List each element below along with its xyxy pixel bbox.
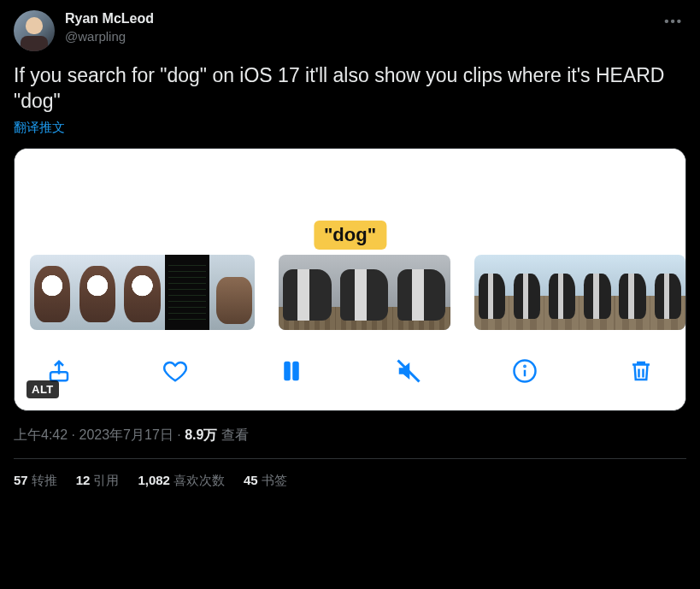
stat-label: 引用 xyxy=(93,473,119,487)
clip-frame xyxy=(279,255,336,330)
clip-group[interactable] xyxy=(279,255,450,330)
alt-badge[interactable]: ALT xyxy=(26,380,59,398)
trash-icon[interactable] xyxy=(626,356,656,386)
clip-frame xyxy=(30,255,75,330)
media-card[interactable]: "dog" xyxy=(14,148,686,411)
media-toolbar xyxy=(15,335,685,410)
avatar[interactable] xyxy=(14,10,55,51)
more-icon[interactable]: ••• xyxy=(661,10,686,32)
views-count: 8.9万 xyxy=(185,427,217,442)
media-preview-top: "dog" xyxy=(15,149,685,255)
info-icon[interactable] xyxy=(509,356,540,386)
stat-label: 喜欢次数 xyxy=(174,473,225,487)
tweet-meta: 上午4:42 · 2023年7月17日 · 8.9万 查看 xyxy=(14,427,686,445)
views-label: 查看 xyxy=(221,427,249,442)
stat-count: 57 xyxy=(14,473,28,487)
clip-frame xyxy=(579,255,615,330)
quotes-stat[interactable]: 12引用 xyxy=(76,473,120,489)
mute-icon[interactable] xyxy=(393,356,424,386)
stat-count: 1,082 xyxy=(138,473,170,487)
display-name: Ryan McLeod xyxy=(65,10,154,28)
heart-icon[interactable] xyxy=(160,356,191,386)
clip-frame xyxy=(393,255,450,330)
pause-icon[interactable] xyxy=(276,356,307,386)
clip-frame xyxy=(544,255,579,330)
clip-frame xyxy=(615,255,650,330)
video-timeline[interactable] xyxy=(15,255,685,335)
clip-frame xyxy=(474,255,509,330)
retweets-stat[interactable]: 57转推 xyxy=(14,473,57,489)
svg-rect-2 xyxy=(294,362,298,380)
tweet-text: If you search for "dog" on iOS 17 it'll … xyxy=(14,63,686,115)
tweet-container: Ryan McLeod @warpling ••• If you search … xyxy=(0,0,700,499)
clip-frame xyxy=(75,255,121,330)
user-handle: @warpling xyxy=(65,28,154,45)
bookmarks-stat[interactable]: 45书签 xyxy=(244,473,287,489)
stat-count: 12 xyxy=(76,473,91,487)
tweet-date[interactable]: 2023年7月17日 xyxy=(79,427,173,442)
clip-frame xyxy=(336,255,393,330)
tweet-time[interactable]: 上午4:42 xyxy=(14,427,68,442)
clip-frame xyxy=(120,255,165,330)
stat-label: 书签 xyxy=(262,473,287,487)
tweet-header: Ryan McLeod @warpling ••• xyxy=(14,10,686,51)
likes-stat[interactable]: 1,082喜欢次数 xyxy=(138,473,225,489)
clip-group[interactable] xyxy=(30,255,255,330)
stat-label: 转推 xyxy=(32,473,57,487)
caption-chip: "dog" xyxy=(314,221,386,250)
stats-row: 57转推 12引用 1,082喜欢次数 45书签 xyxy=(14,459,686,489)
clip-group[interactable] xyxy=(474,255,685,330)
svg-rect-1 xyxy=(285,362,290,380)
clip-frame xyxy=(165,255,210,330)
stat-count: 45 xyxy=(244,473,258,487)
clip-frame xyxy=(650,255,685,330)
author-names[interactable]: Ryan McLeod @warpling xyxy=(65,10,154,44)
translate-link[interactable]: 翻译推文 xyxy=(14,120,65,136)
clip-frame xyxy=(209,255,255,330)
clip-frame xyxy=(509,255,544,330)
svg-point-5 xyxy=(524,366,525,367)
